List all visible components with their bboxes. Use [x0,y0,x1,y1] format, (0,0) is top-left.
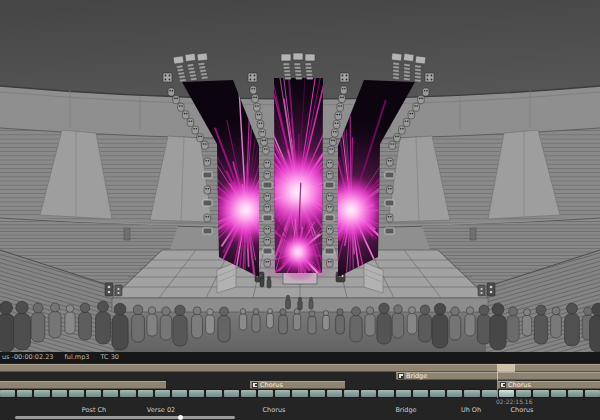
beat-cell[interactable] [361,390,376,398]
playhead-section-highlight [498,364,515,372]
timeline-scrollbar[interactable] [15,416,235,420]
section-label[interactable]: Uh Oh [461,405,481,415]
clip-label: Chorus [508,381,531,389]
beat-cell[interactable] [568,390,583,398]
clip-offset-text: us -00:00:02.23 [2,353,53,361]
beat-cell[interactable] [516,390,531,398]
clip-unlabeled[interactable] [0,381,166,389]
beat-cell[interactable] [413,390,428,398]
beat-cell[interactable] [292,390,307,398]
clip-chorus-b[interactable]: Chorus [498,381,600,389]
beat-cell[interactable] [533,390,548,398]
previz-app: us -00:00:02.23 ful.mp3 TC 30 Bridge Cho… [0,0,600,420]
section-label[interactable]: Chorus [511,405,534,415]
beat-cell[interactable] [344,390,359,398]
clip-bridge[interactable]: Bridge [396,372,600,380]
beat-cell[interactable] [0,390,15,398]
beat-cell[interactable] [120,390,135,398]
beat-cell[interactable] [224,390,239,398]
viewport-3d[interactable] [0,0,600,352]
beat-cell[interactable] [52,390,67,398]
clip-chorus-a[interactable]: Chorus [250,381,345,389]
beat-cell[interactable] [86,390,101,398]
beat-cell[interactable] [138,390,153,398]
beat-cell[interactable] [275,390,290,398]
track-chorus: Chorus Chorus [0,381,600,389]
beat-cell[interactable] [189,390,204,398]
beat-cell[interactable] [447,390,462,398]
beat-cell[interactable] [206,390,221,398]
beat-cell[interactable] [396,390,411,398]
beat-cell[interactable] [430,390,445,398]
beat-cell[interactable] [551,390,566,398]
beat-cell[interactable] [34,390,49,398]
section-label[interactable]: Bridge [395,405,416,415]
beat-cell[interactable] [378,390,393,398]
section-overview: Post Ch Verse 02 Chorus Bridge Uh Oh Cho… [0,405,600,415]
clip-collapse-icon[interactable] [500,382,506,388]
beat-cell[interactable] [464,390,479,398]
beat-cell[interactable] [17,390,32,398]
beat-cell[interactable] [69,390,84,398]
clip-label: Chorus [260,381,283,389]
timeline[interactable]: us -00:00:02.23 ful.mp3 TC 30 Bridge Cho… [0,352,600,420]
arena-scene [0,0,600,352]
beat-cell-row[interactable] [0,389,600,398]
clip-label: Bridge [406,372,427,380]
beat-cell[interactable] [310,390,325,398]
scrollbar-marker[interactable] [178,415,183,420]
clip-collapse-icon[interactable] [252,382,258,388]
section-label[interactable]: Verse 02 [147,405,175,415]
beat-cell[interactable] [172,390,187,398]
beat-cell[interactable] [155,390,170,398]
beat-cell[interactable] [103,390,118,398]
beat-cell[interactable] [585,390,600,398]
playhead[interactable] [497,364,498,398]
clip-collapse-icon[interactable] [398,373,404,379]
audio-file-text: ful.mp3 [65,353,90,361]
status-bar: us -00:00:02.23 ful.mp3 TC 30 [0,352,600,363]
section-label[interactable]: Chorus [263,405,286,415]
beat-cell[interactable] [241,390,256,398]
timecode-rate-text: TC 30 [100,353,118,361]
track-bridge: Bridge [0,372,600,380]
beat-cell[interactable] [499,390,514,398]
section-label[interactable]: Post Ch [82,405,106,415]
beat-cell[interactable] [482,390,497,398]
playhead-timecode: 02:22:15.16 [496,398,533,405]
beat-cell[interactable] [258,390,273,398]
beat-cell[interactable] [327,390,342,398]
